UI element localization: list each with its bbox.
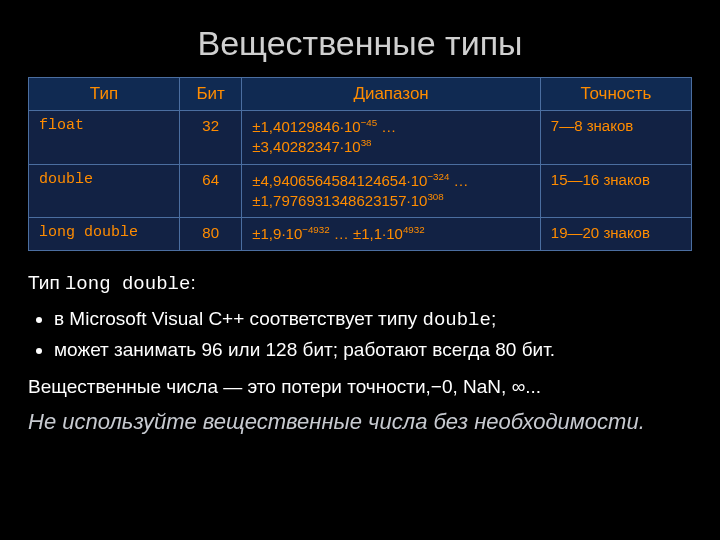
col-type: Тип	[29, 78, 180, 111]
advice-line: Не используйте вещественные числа без не…	[28, 407, 692, 437]
cell-precision: 7—8 знаков	[540, 111, 691, 165]
range-val: …	[377, 118, 396, 135]
cell-precision: 19—20 знаков	[540, 218, 691, 251]
range-val: ±1,7976931348623157·10	[252, 192, 427, 209]
col-precision: Точность	[540, 78, 691, 111]
cell-bits: 80	[180, 218, 242, 251]
range-exp: 38	[361, 137, 372, 148]
range-val: … ±1,1·10	[330, 225, 403, 242]
slide-title: Вещественные типы	[28, 24, 692, 63]
paragraph: Вещественные числа — это потери точности…	[28, 373, 692, 402]
range-val: ±4,9406564584124654·10	[252, 172, 427, 189]
range-exp: −324	[427, 171, 449, 182]
col-range: Диапазон	[242, 78, 541, 111]
cell-range: ±4,9406564584124654·10−324 … ±1,79769313…	[242, 164, 541, 218]
text: в Microsoft Visual C++ соответствует тип…	[54, 308, 423, 329]
types-table: Тип Бит Диапазон Точность float 32 ±1,40…	[28, 77, 692, 251]
range-exp: −45	[361, 117, 378, 128]
col-bits: Бит	[180, 78, 242, 111]
table-row: long double 80 ±1,9·10−4932 … ±1,1·10493…	[29, 218, 692, 251]
range-val: ±1,40129846·10	[252, 118, 360, 135]
body-text: Тип long double: в Microsoft Visual C++ …	[28, 269, 692, 437]
text: Тип	[28, 272, 65, 293]
cell-precision: 15—16 знаков	[540, 164, 691, 218]
table-row: double 64 ±4,9406564584124654·10−324 … ±…	[29, 164, 692, 218]
range-val: ±1,9·10	[252, 225, 302, 242]
range-exp: −4932	[302, 224, 329, 235]
range-exp: 308	[427, 191, 443, 202]
table-header-row: Тип Бит Диапазон Точность	[29, 78, 692, 111]
text: ;	[491, 308, 496, 329]
code-span: long double	[65, 273, 190, 295]
range-val: ±3,40282347·10	[252, 138, 360, 155]
list-item: может занимать 96 или 128 бит; работают …	[54, 336, 692, 365]
range-exp: 4932	[403, 224, 425, 235]
cell-range: ±1,9·10−4932 … ±1,1·104932	[242, 218, 541, 251]
cell-bits: 64	[180, 164, 242, 218]
list-item: в Microsoft Visual C++ соответствует тип…	[54, 305, 692, 335]
cell-type: long double	[29, 218, 180, 251]
code-span: double	[423, 309, 491, 331]
bullet-list: в Microsoft Visual C++ соответствует тип…	[28, 305, 692, 365]
range-val: …	[449, 172, 468, 189]
cell-type: double	[29, 164, 180, 218]
intro-line: Тип long double:	[28, 269, 692, 299]
cell-type: float	[29, 111, 180, 165]
text: :	[190, 272, 195, 293]
cell-range: ±1,40129846·10−45 … ±3,40282347·1038	[242, 111, 541, 165]
table-row: float 32 ±1,40129846·10−45 … ±3,40282347…	[29, 111, 692, 165]
cell-bits: 32	[180, 111, 242, 165]
